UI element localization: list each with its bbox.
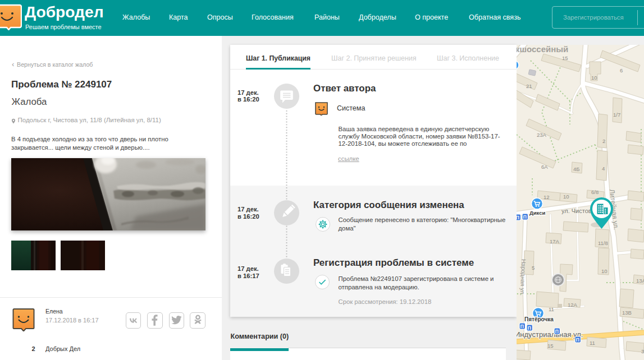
svg-text:17А: 17А	[550, 238, 560, 244]
svg-text:Народная ул.: Народная ул.	[519, 259, 527, 296]
svg-text:12А: 12А	[568, 302, 578, 308]
svg-text:23А: 23А	[537, 132, 547, 138]
svg-text:15: 15	[562, 55, 568, 61]
svg-text:2: 2	[602, 138, 605, 144]
svg-text:6: 6	[620, 67, 623, 73]
svg-text:1/7: 1/7	[613, 112, 620, 118]
svg-text:П: П	[528, 325, 531, 331]
svg-text:Пятёрочка: Пятёрочка	[524, 316, 554, 322]
svg-text:4Б: 4Б	[573, 166, 580, 172]
svg-text:Дикси: Дикси	[529, 210, 546, 216]
svg-text:4: 4	[602, 165, 605, 172]
svg-text:кшоссейный: кшоссейный	[517, 45, 568, 54]
svg-text:13А: 13А	[636, 278, 644, 284]
svg-text:10: 10	[601, 268, 608, 274]
svg-text:11: 11	[549, 306, 554, 312]
svg-text:10: 10	[591, 75, 597, 81]
svg-text:П: П	[523, 214, 527, 220]
svg-text:П: П	[576, 337, 579, 343]
svg-text:13В: 13В	[622, 310, 632, 316]
svg-text:5: 5	[532, 265, 535, 271]
svg-text:3: 3	[641, 348, 644, 354]
svg-text:15: 15	[547, 343, 554, 349]
svg-text:П: П	[520, 324, 524, 329]
svg-text:11: 11	[590, 340, 595, 346]
svg-text:П: П	[517, 215, 519, 220]
svg-text:6/8: 6/8	[591, 189, 599, 195]
svg-text:П: П	[555, 329, 559, 334]
svg-text:10: 10	[563, 193, 569, 200]
svg-text:6А: 6А	[541, 164, 548, 170]
svg-text:Индустриальная ул.: Индустриальная ул.	[517, 330, 583, 339]
svg-text:21: 21	[526, 83, 532, 89]
svg-text:11/8: 11/8	[598, 240, 608, 246]
svg-text:12: 12	[543, 194, 550, 200]
